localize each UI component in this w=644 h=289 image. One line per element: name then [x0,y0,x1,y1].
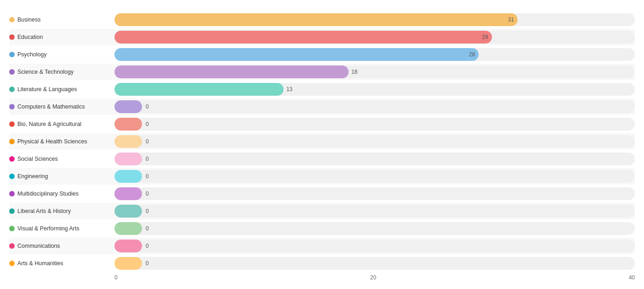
bar-dot [9,87,15,92]
bar-dot [9,34,15,40]
bar-label-text: Literature & Languages [17,86,77,93]
bar-track: 0 [115,187,635,200]
bar-value: 0 [146,173,149,180]
bar-dot [9,52,15,57]
bar-fill [115,100,142,113]
bar-dot [9,208,15,214]
bar-fill [115,118,142,131]
bar-value: 0 [146,191,149,197]
bar-row: Engineering0 [9,168,635,185]
bar-value: 0 [146,121,149,127]
bar-dot [9,191,15,196]
bar-fill [115,222,142,235]
bar-value: 0 [146,138,149,145]
bar-label-text: Psychology [17,51,47,58]
bar-track: 0 [115,257,635,270]
bar-label-text: Physical & Health Sciences [17,138,87,145]
bar-value: 31 [508,16,514,23]
bar-value: 29 [482,34,488,40]
bar-track: 28 [115,48,635,61]
bar-value: 0 [146,208,149,214]
bar-value: 13 [286,86,292,93]
bar-label: Computers & Mathematics [9,104,115,110]
bar-dot [9,174,15,179]
bar-label: Social Sciences [9,156,115,162]
bar-row: Business31 [9,11,635,28]
bar-label: Bio, Nature & Agricultural [9,121,115,127]
bar-value: 18 [351,69,357,75]
bar-track: 18 [115,65,635,78]
bar-dot [9,261,15,266]
bar-label: Physical & Health Sciences [9,138,115,145]
bar-fill: 28 [115,48,479,61]
bar-dot [9,69,15,75]
bar-row: Education29 [9,29,635,45]
bar-fill [115,83,284,96]
bar-label-text: Arts & Humanities [17,260,63,267]
bar-label-text: Science & Technology [17,69,74,75]
bar-dot [9,243,15,249]
bar-value: 0 [146,225,149,232]
bar-row: Literature & Languages13 [9,81,635,98]
bar-track: 0 [115,118,635,131]
bar-fill [115,65,349,78]
bar-dot [9,139,15,144]
bar-label: Liberal Arts & History [9,208,115,214]
bar-label-text: Business [17,16,41,23]
x-axis: 02040 [115,274,635,281]
bar-label-text: Bio, Nature & Agricultural [17,121,82,127]
chart-container: Business31Education29Psychology28Science… [0,0,644,289]
bar-fill: 31 [115,13,518,26]
bar-track: 0 [115,205,635,218]
bar-row: Communications0 [9,238,635,254]
bar-track: 29 [115,31,635,44]
bar-row: Arts & Humanities0 [9,255,635,272]
bar-dot [9,226,15,231]
bar-label: Communications [9,243,115,249]
bar-label-text: Liberal Arts & History [17,208,71,214]
bar-label: Visual & Performing Arts [9,225,115,232]
bar-row: Computers & Mathematics0 [9,98,635,115]
bar-label-text: Education [17,34,43,40]
bar-track: 0 [115,153,635,165]
x-axis-tick: 40 [629,274,635,281]
bar-dot [9,104,15,109]
bar-row: Science & Technology18 [9,64,635,80]
bar-label: Arts & Humanities [9,260,115,267]
bar-dot [9,17,15,22]
bars-wrapper: Business31Education29Psychology28Science… [9,11,635,272]
bar-row: Physical & Health Sciences0 [9,133,635,150]
bar-fill [115,170,142,183]
bar-row: Bio, Nature & Agricultural0 [9,116,635,132]
bar-label: Science & Technology [9,69,115,75]
bar-track: 0 [115,170,635,183]
x-axis-tick: 20 [370,274,376,281]
bar-fill [115,205,142,218]
bar-label: Psychology [9,51,115,58]
bar-track: 0 [115,240,635,252]
bar-label-text: Computers & Mathematics [17,104,85,110]
bar-row: Multidisciplinary Studies0 [9,185,635,202]
bar-label: Engineering [9,173,115,180]
bar-label: Business [9,16,115,23]
bar-label: Education [9,34,115,40]
bar-label-text: Visual & Performing Arts [17,225,79,232]
bar-label: Literature & Languages [9,86,115,93]
bar-track: 0 [115,222,635,235]
bar-track: 31 [115,13,635,26]
bar-label-text: Engineering [17,173,48,180]
bar-label-text: Social Sciences [17,156,58,162]
bar-fill [115,257,142,270]
bar-track: 0 [115,100,635,113]
bar-row: Visual & Performing Arts0 [9,220,635,237]
bar-track: 0 [115,135,635,148]
bar-label-text: Multidisciplinary Studies [17,191,78,197]
bar-row: Liberal Arts & History0 [9,203,635,219]
bar-dot [9,121,15,127]
bar-label-text: Communications [17,243,60,249]
bar-fill [115,240,142,252]
bar-fill [115,135,142,148]
bar-fill: 29 [115,31,492,44]
bar-value: 0 [146,260,149,267]
bar-value: 0 [146,104,149,110]
